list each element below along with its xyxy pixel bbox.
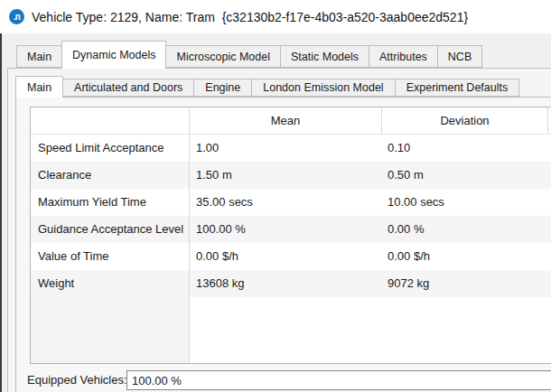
row-label: Maximum Yield Time [31,189,190,216]
row-label: Guidance Acceptance Level [31,216,190,243]
table-row: Guidance Acceptance Level 100.00 % 0.00 … [31,216,551,243]
table-row: Maximum Yield Time 35.00 secs 10.00 secs [31,189,551,216]
tab-dynamic-models[interactable]: Dynamic Models [61,41,166,69]
subtab-articulated-and-doors[interactable]: Articulated and Doors [62,79,194,97]
tab-attributes[interactable]: Attributes [369,45,438,68]
subtab-engine[interactable]: Engine [193,79,252,97]
column-header-mean: Mean [190,107,381,134]
row-label: Clearance [31,162,190,189]
header-divider [547,107,548,134]
table-row: Weight 13608 kg 9072 kg [31,270,551,297]
deviation-cell[interactable]: 0.10 [382,135,551,162]
mean-cell[interactable]: 35.00 secs [190,189,382,216]
subtab-main[interactable]: Main [15,76,63,98]
tab-ncb[interactable]: NCB [437,45,482,68]
mean-cell[interactable]: 100.00 % [190,216,382,243]
row-label: Value of Time [31,243,190,270]
deviation-cell[interactable]: 0.00 $/h [382,243,551,270]
deviation-cell[interactable]: 10.00 secs [382,189,551,216]
table-row: Clearance 1.50 m 0.50 m [31,162,551,189]
equipped-vehicles-label: Equipped Vehicles: [27,370,127,390]
deviation-cell[interactable]: 0.00 % [382,216,551,243]
mean-cell[interactable]: 0.00 $/h [190,243,382,270]
deviation-cell[interactable]: 0.50 m [382,162,551,189]
subtab-experiment-defaults[interactable]: Experiment Defaults [395,79,520,97]
column-divider [189,107,190,363]
window-title: Vehicle Type: 2129, Name: Tram {c32130b2… [32,10,468,24]
title-bar: .n Vehicle Type: 2129, Name: Tram {c3213… [0,0,551,33]
row-label: Speed Limit Acceptance [31,135,190,162]
mean-cell[interactable]: 1.50 m [190,162,382,189]
aimsun-logo-icon: .n [9,9,24,24]
background-window-edge [0,33,2,392]
table-header-row: Mean Deviation [31,107,551,135]
sub-tab-bar: Main Articulated and Doors Engine London… [15,76,519,98]
main-tab-bar: Main Dynamic Models Microscopic Model St… [16,41,482,69]
parameters-table: Mean Deviation Speed Limit Acceptance 1.… [30,107,551,364]
mean-cell[interactable]: 1.00 [190,135,382,162]
table-row: Value of Time 0.00 $/h 0.00 $/h [31,243,551,270]
row-label: Weight [31,270,190,297]
deviation-cell[interactable]: 9072 kg [382,270,551,297]
tab-static-models[interactable]: Static Models [280,45,369,68]
vehicle-type-dialog: .n Vehicle Type: 2129, Name: Tram {c3213… [0,0,551,392]
tab-main[interactable]: Main [16,45,62,68]
table-row: Speed Limit Acceptance 1.00 0.10 [31,135,551,162]
subtab-london-emission-model[interactable]: London Emission Model [251,79,395,97]
tab-microscopic-model[interactable]: Microscopic Model [165,45,281,68]
equipped-vehicles-input[interactable] [126,370,551,390]
column-header-deviation: Deviation [382,107,547,134]
mean-cell[interactable]: 13608 kg [190,270,382,297]
row-header-empty-area [31,297,189,363]
